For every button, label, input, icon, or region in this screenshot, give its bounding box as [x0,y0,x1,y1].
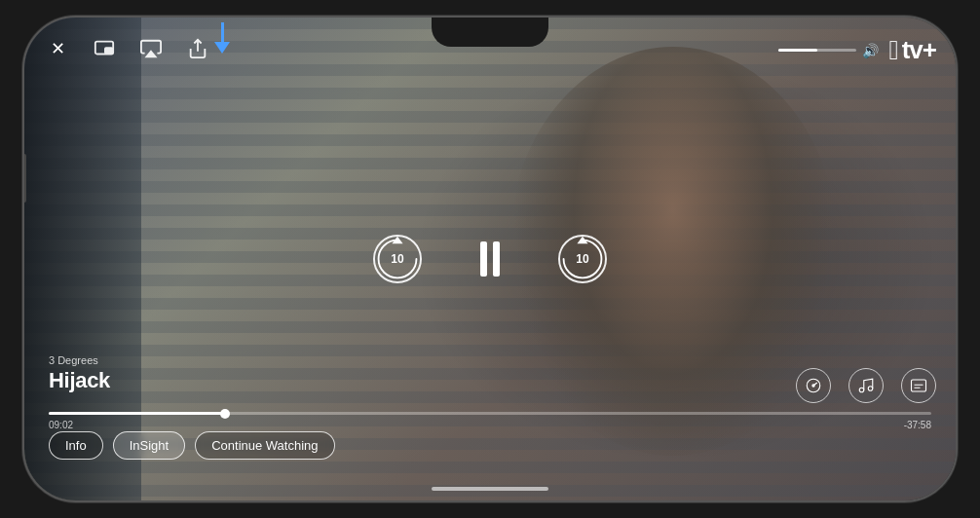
continue-watching-pill-button[interactable]: Continue Watching [195,431,334,460]
blue-arrow-indicator [214,22,230,54]
svg-marker-2 [146,52,155,57]
time-labels: 09:02 -37:58 [49,420,931,430]
tv-plus-text: tv+ [902,35,936,65]
forward-button[interactable]: 10 [558,235,607,283]
rewind-button[interactable]: 10 [373,235,422,283]
svg-point-7 [812,385,814,387]
svg-point-9 [868,387,873,391]
speed-button[interactable] [796,368,831,403]
current-time: 09:02 [49,420,73,430]
phone-wrapper: ✕ [0,0,980,518]
pause-bar-left [480,241,487,277]
phone-frame: ✕ [22,16,958,502]
bottom-pills: Info InSight Continue Watching [49,431,335,460]
volume-track [778,49,856,52]
appletv-area: 🔊  tv+ [778,35,936,65]
svg-rect-1 [105,48,112,54]
insight-pill-button[interactable]: InSight [113,431,185,460]
appletv-logo:  tv+ [888,35,936,65]
center-controls: 10 10 [373,235,607,283]
forward-label: 10 [576,252,588,266]
pause-button[interactable] [480,241,500,277]
volume-bar: 🔊 [778,43,879,58]
pip-button[interactable] [91,35,118,62]
title-info: 3 Degrees Hijack [49,354,110,393]
episode-label: 3 Degrees [49,354,110,366]
volume-fill [778,49,817,52]
svg-point-8 [859,388,864,392]
airplay-button[interactable] [137,35,165,62]
arrow-head [214,42,230,54]
share-button[interactable] [184,35,211,62]
progress-fill [49,412,225,415]
remaining-time: -37:58 [904,420,931,430]
home-indicator [432,487,548,491]
top-icons [91,35,211,62]
show-title: Hijack [49,368,110,393]
subtitles-button[interactable] [901,368,936,403]
progress-track[interactable] [49,412,931,415]
apple-symbol:  [888,37,898,64]
phone-notch [432,18,548,47]
svg-rect-10 [912,380,926,391]
progress-container[interactable] [49,412,931,415]
volume-icon: 🔊 [862,43,879,58]
ui-overlay: ✕ [24,18,956,500]
rewind-label: 10 [391,252,403,266]
arrow-shaft [221,22,224,42]
right-icons [796,368,936,403]
audio-button[interactable] [848,368,884,403]
close-button[interactable]: ✕ [44,35,71,62]
info-pill-button[interactable]: Info [49,431,103,460]
pause-bar-right [493,241,500,277]
